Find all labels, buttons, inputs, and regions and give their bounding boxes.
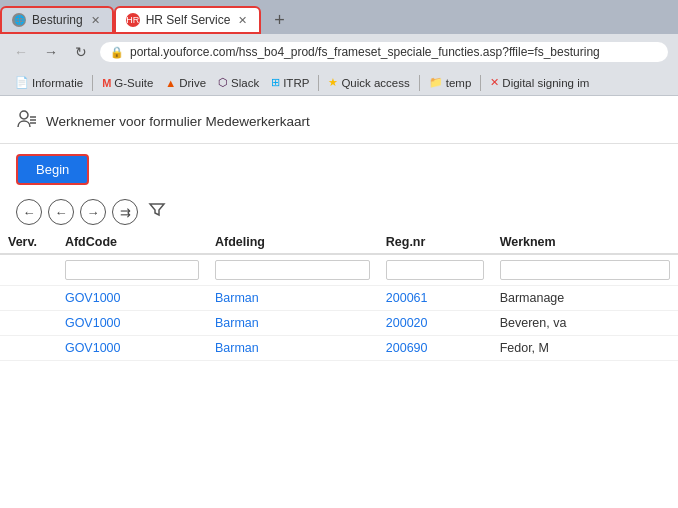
- cell-werknemer-3: Fedor, M: [492, 336, 678, 361]
- bookmark-digitalsigning-label: Digital signing im: [502, 77, 589, 89]
- bookmark-separator-4: [480, 75, 481, 91]
- bookmark-drive[interactable]: ▲ Drive: [160, 76, 211, 90]
- browser-chrome: 🌐 Besturing ✕ HR HR Self Service ✕ + ← →…: [0, 0, 678, 96]
- filter-button[interactable]: [148, 201, 166, 223]
- lock-icon: 🔒: [110, 46, 124, 59]
- nav-first-button[interactable]: ←: [16, 199, 42, 225]
- regnr-link-2[interactable]: 200020: [386, 316, 428, 330]
- bookmark-slack[interactable]: ⬡ Slack: [213, 75, 264, 90]
- bookmark-informatie[interactable]: 📄 Informatie: [10, 75, 88, 90]
- filter-cell-verv: [0, 254, 57, 286]
- bookmark-digitalsigning[interactable]: ✕ Digital signing im: [485, 75, 594, 90]
- filter-cell-afdcode: [57, 254, 207, 286]
- nav-first-icon: ←: [23, 205, 36, 220]
- cell-afdeling-3: Barman: [207, 336, 378, 361]
- nav-last-button[interactable]: ⇉: [112, 199, 138, 225]
- afdcode-link-1[interactable]: GOV1000: [65, 291, 121, 305]
- bookmark-digitalsigning-icon: ✕: [490, 76, 499, 89]
- table-body: GOV1000 Barman 200061 Barmanage GOV1000: [0, 286, 678, 361]
- cell-afdcode-3: GOV1000: [57, 336, 207, 361]
- cell-afdeling-2: Barman: [207, 311, 378, 336]
- tab-hrss[interactable]: HR HR Self Service ✕: [114, 6, 262, 34]
- bookmark-drive-label: Drive: [179, 77, 206, 89]
- cell-verv-3: [0, 336, 57, 361]
- bookmark-gsuite-label: G-Suite: [114, 77, 153, 89]
- nav-prev-button[interactable]: ←: [48, 199, 74, 225]
- svg-point-0: [20, 111, 28, 119]
- begin-button-area: Begin: [0, 144, 678, 195]
- table-row: GOV1000 Barman 200061 Barmanage: [0, 286, 678, 311]
- tab-label-besturing: Besturing: [32, 13, 83, 27]
- tab-bar: 🌐 Besturing ✕ HR HR Self Service ✕ +: [0, 0, 678, 34]
- filter-input-werknemer[interactable]: [500, 260, 670, 280]
- filter-cell-afdeling: [207, 254, 378, 286]
- cell-afdcode-2: GOV1000: [57, 311, 207, 336]
- tab-label-hrss: HR Self Service: [146, 13, 231, 27]
- address-bar: ← → ↻ 🔒 portal.youforce.com/hss_bo4_prod…: [0, 34, 678, 70]
- tab-besturing[interactable]: 🌐 Besturing ✕: [0, 6, 114, 34]
- bookmark-temp[interactable]: 📁 temp: [424, 75, 477, 90]
- data-table-wrapper: Verv. AfdCode Afdeling Reg.nr Werknem: [0, 231, 678, 361]
- regnr-link-3[interactable]: 200690: [386, 341, 428, 355]
- cell-regnr-3: 200690: [378, 336, 492, 361]
- filter-input-afdeling[interactable]: [215, 260, 370, 280]
- filter-cell-werknemer: [492, 254, 678, 286]
- url-bar[interactable]: 🔒 portal.youforce.com/hss_bo4_prod/fs_fr…: [100, 42, 668, 62]
- refresh-button[interactable]: ↻: [70, 41, 92, 63]
- afdcode-link-3[interactable]: GOV1000: [65, 341, 121, 355]
- tab-favicon-besturing: 🌐: [12, 13, 26, 27]
- employee-form-icon: [16, 108, 38, 135]
- afdeling-link-3[interactable]: Barman: [215, 341, 259, 355]
- cell-werknemer-1: Barmanage: [492, 286, 678, 311]
- bookmark-gsuite-icon: M: [102, 77, 111, 89]
- filter-cell-regnr: [378, 254, 492, 286]
- bookmark-separator-1: [92, 75, 93, 91]
- afdeling-link-2[interactable]: Barman: [215, 316, 259, 330]
- bookmark-itrp-label: ITRP: [283, 77, 309, 89]
- data-table: Verv. AfdCode Afdeling Reg.nr Werknem: [0, 231, 678, 361]
- tab-favicon-hrss: HR: [126, 13, 140, 27]
- bookmark-gsuite[interactable]: M G-Suite: [97, 76, 158, 90]
- cell-regnr-2: 200020: [378, 311, 492, 336]
- nav-arrows-row: ← ← → ⇉: [0, 195, 678, 231]
- back-button[interactable]: ←: [10, 41, 32, 63]
- bookmark-informatie-icon: 📄: [15, 76, 29, 89]
- table-row: GOV1000 Barman 200020 Beveren, va: [0, 311, 678, 336]
- bookmark-quickaccess-icon: ★: [328, 76, 338, 89]
- page-header-text: Werknemer voor formulier Medewerkerkaart: [46, 114, 310, 129]
- filter-input-regnr[interactable]: [386, 260, 484, 280]
- forward-button[interactable]: →: [40, 41, 62, 63]
- afdeling-link-1[interactable]: Barman: [215, 291, 259, 305]
- regnr-link-1[interactable]: 200061: [386, 291, 428, 305]
- cell-verv-2: [0, 311, 57, 336]
- col-header-verv: Verv.: [0, 231, 57, 254]
- bookmark-itrp[interactable]: ⊞ ITRP: [266, 75, 314, 90]
- bookmark-quickaccess[interactable]: ★ Quick access: [323, 75, 414, 90]
- nav-prev-icon: ←: [55, 205, 68, 220]
- col-header-afdcode: AfdCode: [57, 231, 207, 254]
- page-content: Werknemer voor formulier Medewerkerkaart…: [0, 96, 678, 361]
- bookmark-slack-icon: ⬡: [218, 76, 228, 89]
- cell-regnr-1: 200061: [378, 286, 492, 311]
- table-header-row: Verv. AfdCode Afdeling Reg.nr Werknem: [0, 231, 678, 254]
- tab-close-hrss[interactable]: ✕: [236, 14, 249, 27]
- col-header-afdeling: Afdeling: [207, 231, 378, 254]
- bookmark-separator-2: [318, 75, 319, 91]
- bookmark-slack-label: Slack: [231, 77, 259, 89]
- bookmark-informatie-label: Informatie: [32, 77, 83, 89]
- bookmarks-bar: 📄 Informatie M G-Suite ▲ Drive ⬡ Slack ⊞…: [0, 70, 678, 96]
- nav-last-icon: ⇉: [120, 205, 131, 220]
- cell-afdeling-1: Barman: [207, 286, 378, 311]
- bookmark-itrp-icon: ⊞: [271, 76, 280, 89]
- bookmark-drive-icon: ▲: [165, 77, 176, 89]
- cell-afdcode-1: GOV1000: [57, 286, 207, 311]
- tab-close-besturing[interactable]: ✕: [89, 14, 102, 27]
- begin-button[interactable]: Begin: [16, 154, 89, 185]
- filter-input-afdcode[interactable]: [65, 260, 199, 280]
- nav-next-button[interactable]: →: [80, 199, 106, 225]
- afdcode-link-2[interactable]: GOV1000: [65, 316, 121, 330]
- new-tab-button[interactable]: +: [265, 6, 293, 34]
- bookmark-temp-label: temp: [446, 77, 472, 89]
- page-header: Werknemer voor formulier Medewerkerkaart: [0, 96, 678, 144]
- cell-verv-1: [0, 286, 57, 311]
